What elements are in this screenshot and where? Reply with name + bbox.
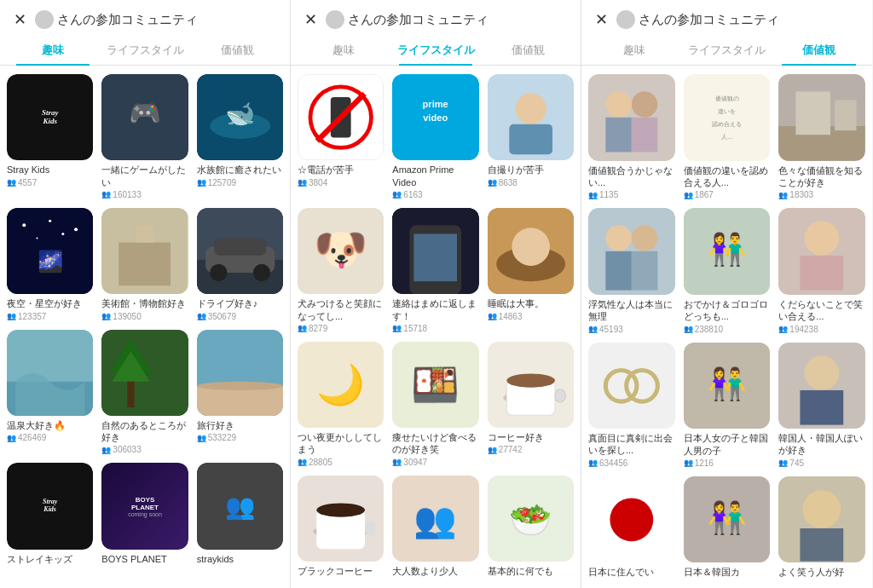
list-item[interactable]: ブラックコーヒー	[298, 476, 384, 579]
list-item[interactable]: 連絡はまめに返します！👥15718	[392, 208, 478, 333]
list-item[interactable]: 睡眠は大事。👥14863	[488, 208, 574, 333]
list-item[interactable]: 自撮りが苦手👥8638	[488, 74, 574, 199]
panel-header: ✕さんの参加コミュニティ	[581, 0, 872, 36]
list-item[interactable]: BOYS PLANET coming soon BOYS PLANET	[101, 463, 188, 567]
list-item[interactable]: 韓国人・韓国人ぽいが好き👥745	[778, 343, 865, 468]
tab-趣味[interactable]: 趣味	[588, 36, 680, 65]
tab-趣味[interactable]: 趣味	[298, 36, 390, 65]
user-avatar	[326, 10, 344, 29]
svg-point-69	[632, 91, 657, 117]
community-name: 色々な価値観を知ることが好き	[778, 164, 865, 189]
svg-point-39	[515, 93, 546, 124]
close-button[interactable]: ✕	[304, 10, 317, 29]
svg-text:👫: 👫	[707, 366, 746, 403]
members-count: 1867	[695, 190, 714, 199]
community-grid: 価値観合うかじゃない...👥1135 価値観の違いを認め合える人… 価値観の違い…	[588, 74, 865, 580]
community-members: 👥1867	[684, 190, 771, 199]
list-item[interactable]: ドライブ好き♪👥350679	[197, 208, 283, 321]
community-name: 一緒にゲームがしたい	[101, 164, 188, 188]
community-thumb	[778, 74, 865, 161]
panel-panel3: ✕さんの参加コミュニティ趣味ライフスタイル価値観 価値観合うかじゃない...👥1…	[581, 0, 872, 588]
community-thumb: 🐋	[197, 74, 283, 160]
svg-point-82	[605, 226, 631, 251]
community-thumb: 👫	[684, 208, 771, 295]
svg-text:違いを: 違いを	[718, 108, 736, 115]
tab-ライフスタイル[interactable]: ライフスタイル	[680, 36, 772, 65]
list-item[interactable]: 価値観合うかじゃない...👥1135	[588, 74, 675, 199]
list-item[interactable]: 日本に住んでい	[588, 476, 675, 580]
list-item[interactable]: 🐶 犬みつけると笑顔になってし...👥8279	[298, 208, 384, 333]
list-item[interactable]: 👫 日本人女の子と韓国人男の子👥1216	[684, 343, 771, 468]
members-icon: 👥	[7, 434, 16, 442]
list-item[interactable]: 🌙 つい夜更かししてしまう👥28805	[298, 342, 384, 467]
svg-point-19	[210, 264, 227, 281]
tab-趣味[interactable]: 趣味	[7, 36, 99, 65]
members-count: 139050	[113, 312, 141, 321]
list-item[interactable]: 👫 日本＆韓国カ	[684, 476, 771, 580]
members-icon: 👥	[392, 458, 402, 466]
tab-価値観[interactable]: 価値観	[773, 36, 865, 65]
svg-text:👥: 👥	[225, 492, 256, 522]
list-item[interactable]: 🐋 水族館に癒されたい👥125709	[197, 74, 283, 199]
community-members: 👥238810	[684, 325, 771, 334]
svg-text:👥: 👥	[413, 499, 457, 541]
tab-ライフスタイル[interactable]: ライフスタイル	[99, 36, 191, 65]
list-item[interactable]: StrayKids Stray Kids👥4557	[7, 74, 93, 199]
header-title: さんの参加コミュニティ	[326, 10, 489, 29]
list-item[interactable]: 🌌 夜空・星空が好き👥123357	[7, 208, 93, 321]
list-item[interactable]: 🥗 基本的に何でも	[488, 476, 574, 579]
members-icon: 👥	[588, 458, 598, 467]
list-item[interactable]: くだらないことで笑い合える...👥194238	[778, 208, 865, 333]
members-icon: 👥	[488, 446, 497, 454]
close-button[interactable]: ✕	[14, 10, 26, 29]
community-thumb	[778, 476, 865, 563]
svg-rect-13	[119, 242, 171, 285]
list-item[interactable]: 👥 straykids	[197, 463, 283, 567]
members-count: 1135	[599, 190, 618, 199]
tab-価値観[interactable]: 価値観	[482, 36, 574, 65]
svg-point-89	[805, 222, 840, 257]
list-item[interactable]: 温泉大好き🔥👥426469	[7, 330, 93, 455]
community-list: StrayKids Stray Kids👥4557 🎮 一緒にゲームがしたい👥1…	[0, 66, 290, 588]
community-thumb	[7, 330, 93, 416]
members-icon: 👥	[778, 191, 788, 199]
close-button[interactable]: ✕	[595, 10, 608, 29]
svg-rect-18	[214, 238, 266, 255]
list-item[interactable]: StrayKids ストレイキッズ	[7, 463, 93, 567]
community-name: 真面目に真剣に出会いを探し...	[588, 432, 675, 457]
community-thumb: 🌙	[298, 342, 384, 428]
list-item[interactable]: コーヒー好き👥27742	[488, 342, 574, 467]
community-thumb: 🍱	[392, 342, 478, 428]
list-item[interactable]: 美術館・博物館好き👥139050	[101, 208, 188, 321]
community-name: ドライブ好き♪	[197, 297, 283, 309]
svg-text:👫: 👫	[707, 231, 746, 268]
panel-panel2: ✕さんの参加コミュニティ趣味ライフスタイル価値観 ☆電話が苦手👥3804 pri…	[291, 0, 581, 588]
list-item[interactable]: 真面目に真剣に出会いを探し...👥634456	[588, 343, 675, 468]
list-item[interactable]: 価値観の違いを認め合える人… 価値観の違いを認め合える人...👥1867	[684, 74, 771, 199]
list-item[interactable]: 自然のあるところが好き👥306033	[101, 330, 188, 455]
community-name: 美術館・博物館好き	[101, 297, 188, 309]
members-count: 30947	[403, 458, 427, 467]
members-icon: 👥	[298, 458, 307, 466]
list-item[interactable]: ☆電話が苦手👥3804	[298, 74, 384, 199]
list-item[interactable]: 色々な価値観を知ることが好き👥18303	[778, 74, 865, 199]
community-members: 👥8279	[298, 324, 384, 333]
list-item[interactable]: 🍱 痩せたいけど食べるのが好き笑👥30947	[392, 342, 478, 467]
list-item[interactable]: 👥 大人数より少人	[392, 476, 478, 579]
list-item[interactable]: 浮気性な人は本当に無理👥45193	[588, 208, 675, 333]
community-thumb	[298, 74, 384, 160]
community-members: 👥15718	[392, 324, 478, 333]
members-count: 6163	[403, 190, 422, 199]
list-item[interactable]: 🎮 一緒にゲームがしたい👥160133	[101, 74, 188, 199]
list-item[interactable]: よく笑う人が好	[778, 476, 865, 580]
list-item[interactable]: 旅行好き👥533229	[197, 330, 283, 455]
members-icon: 👥	[298, 178, 307, 187]
svg-rect-28	[197, 385, 283, 415]
community-members: 👥125709	[197, 178, 283, 187]
tab-ライフスタイル[interactable]: ライフスタイル	[390, 36, 482, 65]
tab-価値観[interactable]: 価値観	[191, 36, 283, 65]
members-icon: 👥	[488, 312, 497, 320]
svg-rect-14	[136, 225, 153, 242]
list-item[interactable]: primevideo Amazon Prime Video👥6163	[392, 74, 478, 199]
list-item[interactable]: 👫 おでかけ＆ゴロゴロどっちも...👥238810	[684, 208, 771, 333]
